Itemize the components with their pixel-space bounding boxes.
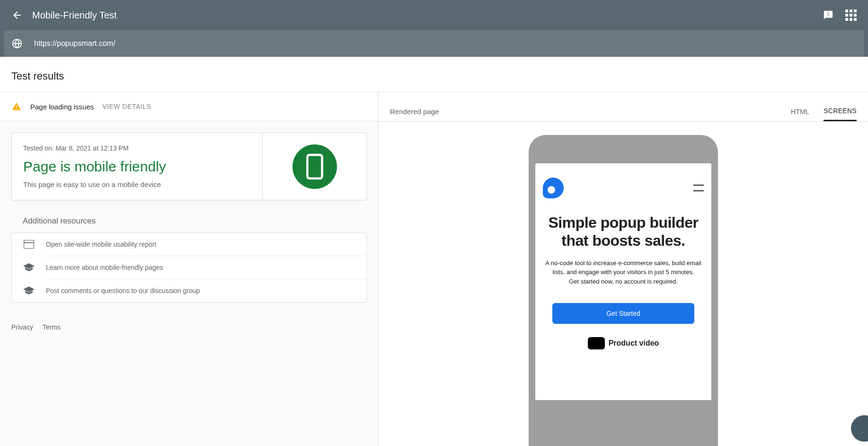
url-text: https://popupsmart.com/ xyxy=(34,39,115,48)
resources-card: Open site-wide mobile usability report L… xyxy=(11,232,367,303)
resource-text: Post comments or questions to our discus… xyxy=(46,287,200,294)
tab-html[interactable]: HTML xyxy=(791,102,809,121)
preview-bottom-text: Product video xyxy=(609,339,659,348)
fab-button[interactable] xyxy=(851,415,868,442)
resource-link-usability-report[interactable]: Open site-wide mobile usability report xyxy=(12,233,366,256)
preview-logo-icon xyxy=(543,178,564,198)
view-details-link[interactable]: VIEW DETAILS xyxy=(102,103,151,110)
education-icon xyxy=(23,263,35,272)
preview-cta-button: Get Started xyxy=(552,303,694,324)
hamburger-icon xyxy=(693,185,704,191)
issues-bar: Page loading issues VIEW DETAILS xyxy=(0,92,378,121)
result-subtitle: This page is easy to use on a mobile dev… xyxy=(23,180,251,188)
tested-on-text: Tested on: Mar 8, 2021 at 12:13 PM xyxy=(23,144,251,152)
result-icon-area xyxy=(262,133,366,200)
preview-headline: Simple popup builder that boosts sales. xyxy=(543,214,704,250)
resource-text: Open site-wide mobile usability report xyxy=(46,241,156,248)
preview-product-video: Product video xyxy=(543,337,704,349)
phone-screen: Simple popup builder that boosts sales. … xyxy=(535,163,711,400)
warning-icon xyxy=(11,102,22,111)
svg-rect-1 xyxy=(307,155,322,178)
apps-launcher-button[interactable] xyxy=(845,9,857,21)
phone-frame: Simple popup builder that boosts sales. … xyxy=(529,135,718,446)
url-input-bar[interactable]: https://popupsmart.com/ xyxy=(4,30,864,57)
back-button[interactable] xyxy=(8,6,27,25)
right-panel-header: Rendered page HTML SCREENS xyxy=(379,92,868,122)
arrow-back-icon xyxy=(11,9,23,21)
preview-description: A no-code tool to increase e-commerce sa… xyxy=(543,259,704,286)
right-panel: Rendered page HTML SCREENS Simple popup … xyxy=(379,92,868,446)
footer-links: Privacy Terms xyxy=(0,314,378,340)
education-icon xyxy=(23,286,35,295)
section-header: Test results xyxy=(0,61,868,92)
privacy-link[interactable]: Privacy xyxy=(11,323,33,331)
rendered-page-label: Rendered page xyxy=(390,107,791,116)
preview-header xyxy=(543,178,704,198)
globe-icon xyxy=(11,38,23,49)
result-title: Page is mobile friendly xyxy=(23,159,251,175)
terms-link[interactable]: Terms xyxy=(43,323,61,331)
apps-icon-dot xyxy=(845,9,848,12)
svg-rect-2 xyxy=(24,240,34,249)
success-badge xyxy=(292,144,337,189)
phone-icon xyxy=(305,153,324,180)
resource-link-discussion[interactable]: Post comments or questions to our discus… xyxy=(12,279,366,302)
right-tabs: HTML SCREENS xyxy=(791,102,857,121)
feedback-icon xyxy=(823,10,833,20)
app-title: Mobile-Friendly Test xyxy=(32,10,823,21)
left-panel: Page loading issues VIEW DETAILS Tested … xyxy=(0,92,379,446)
header-actions xyxy=(823,9,857,21)
preview-area: Simple popup builder that boosts sales. … xyxy=(379,122,868,446)
resource-text: Learn more about mobile-friendly pages xyxy=(46,264,163,271)
result-text-area: Tested on: Mar 8, 2021 at 12:13 PM Page … xyxy=(12,133,262,200)
resource-link-learn-more[interactable]: Learn more about mobile-friendly pages xyxy=(12,256,366,279)
app-header: Mobile-Friendly Test https://popupsmart.… xyxy=(0,0,868,57)
header-top-row: Mobile-Friendly Test xyxy=(0,0,868,30)
webpage-icon xyxy=(23,240,35,249)
result-card: Tested on: Mar 8, 2021 at 12:13 PM Page … xyxy=(11,133,367,200)
issues-label: Page loading issues xyxy=(30,103,94,111)
main-content: Page loading issues VIEW DETAILS Tested … xyxy=(0,92,868,446)
video-icon xyxy=(588,337,605,349)
feedback-button[interactable] xyxy=(823,9,834,21)
tab-screenshot[interactable]: SCREENS xyxy=(824,102,857,121)
additional-resources-title: Additional resources xyxy=(0,212,378,232)
